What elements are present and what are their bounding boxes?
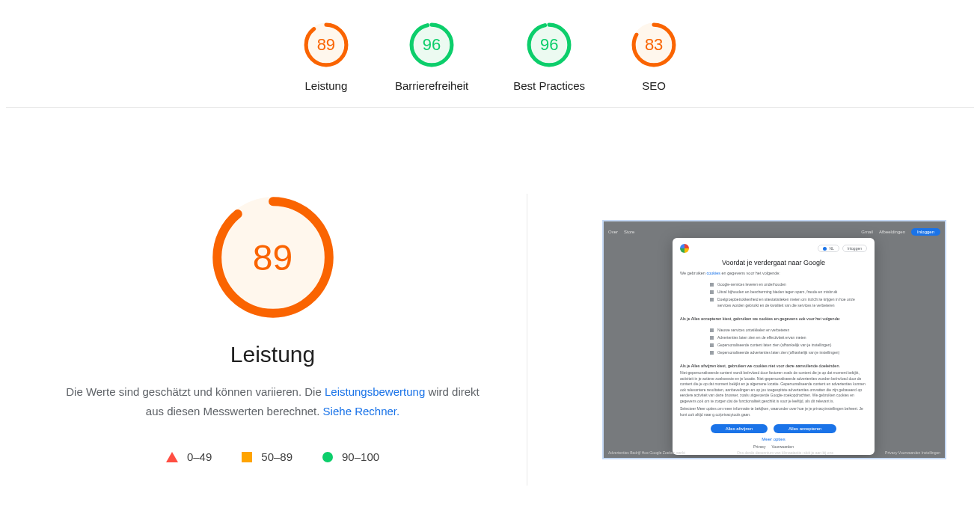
legend-item: 90–100 bbox=[322, 450, 379, 463]
consent-subtitle: We gebruiken cookies en gegevens voor he… bbox=[680, 271, 867, 275]
language-pill: NL bbox=[818, 245, 839, 252]
signin-pill: Inloggen bbox=[842, 245, 867, 252]
consent-dialog: NL Inloggen Voordat je verdergaat naar G… bbox=[673, 238, 875, 455]
performance-rating-link[interactable]: Leistungsbewertung bbox=[325, 385, 425, 398]
legend-item: 0–49 bbox=[166, 450, 212, 463]
gauge-score: 96 bbox=[525, 21, 573, 69]
gauge-best-practices[interactable]: 96Best Practices bbox=[513, 21, 585, 92]
gauge-score: 96 bbox=[408, 21, 456, 69]
gauge-label: Leistung bbox=[305, 79, 348, 92]
gauge-score: 83 bbox=[630, 21, 678, 69]
more-options-link: Meer opties bbox=[680, 437, 867, 441]
legend-item: 50–89 bbox=[242, 450, 293, 463]
gauge-performance[interactable]: 89Leistung bbox=[302, 21, 350, 92]
reject-all-button: Alles afwijzen bbox=[711, 424, 768, 433]
see-calculator-link[interactable]: Siehe Rechner. bbox=[323, 405, 400, 417]
gauge-score: 89 bbox=[302, 21, 350, 69]
square-icon bbox=[242, 452, 252, 462]
accept-all-button: Alles accepteren bbox=[774, 424, 836, 433]
big-gauge-score: 89 bbox=[209, 194, 337, 321]
score-legend: 0–4950–8990–100 bbox=[166, 450, 379, 463]
page-screenshot-thumbnail: OverStore GmailAfbeeldingenInloggen NL I… bbox=[602, 220, 946, 459]
gauge-label: SEO bbox=[642, 79, 666, 92]
gauge-accessibility[interactable]: 96Barrierefreiheit bbox=[395, 21, 468, 92]
performance-gauge-large: 89 bbox=[209, 194, 337, 321]
gauge-seo[interactable]: 83SEO bbox=[630, 21, 678, 92]
performance-section-title: Leistung bbox=[230, 342, 315, 367]
triangle-icon bbox=[166, 452, 178, 462]
circle-icon bbox=[322, 452, 333, 462]
performance-description: Die Werte sind geschätzt und können vari… bbox=[64, 382, 483, 420]
gauge-label: Barrierefreiheit bbox=[395, 79, 468, 92]
gauge-label: Best Practices bbox=[513, 79, 585, 92]
consent-title: Voordat je verdergaat naar Google bbox=[680, 259, 867, 266]
google-logo-icon bbox=[680, 244, 689, 253]
